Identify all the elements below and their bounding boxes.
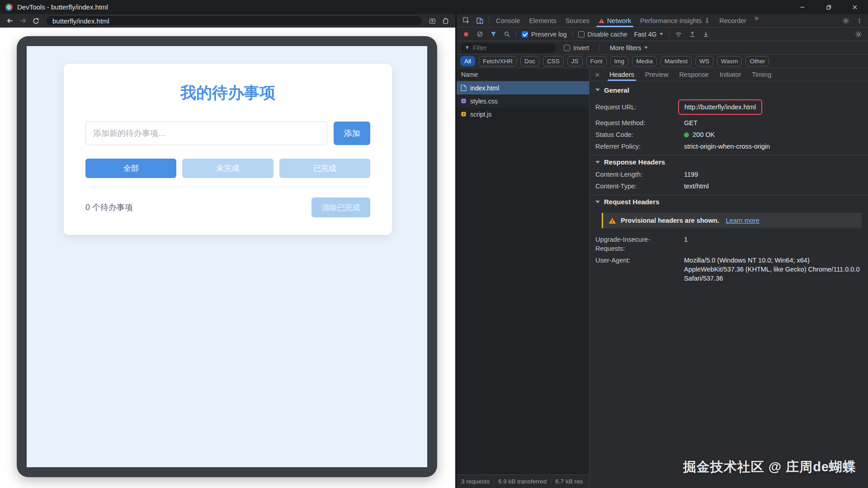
restore-button[interactable] xyxy=(816,0,842,14)
request-row-styles-css[interactable]: styles.css xyxy=(457,94,589,108)
request-url-highlight: http://butterfly/index.html xyxy=(678,99,762,115)
disclosure-triangle-icon xyxy=(595,201,600,203)
section-response-headers[interactable]: Response Headers xyxy=(590,155,868,169)
chip-media[interactable]: Media xyxy=(632,56,657,66)
filter-field[interactable] xyxy=(460,43,556,53)
close-details-button[interactable] xyxy=(590,68,604,81)
tab-response[interactable]: Response xyxy=(674,68,714,81)
chip-other[interactable]: Other xyxy=(745,56,769,66)
chip-fetch-xhr[interactable]: Fetch/XHR xyxy=(479,56,517,66)
back-button[interactable] xyxy=(4,15,16,27)
chip-js[interactable]: JS xyxy=(567,56,583,66)
address-input[interactable] xyxy=(52,17,416,25)
todo-title: 我的待办事项 xyxy=(85,82,370,103)
import-har-button[interactable] xyxy=(685,31,699,38)
request-list-header[interactable]: Name xyxy=(457,68,589,81)
clear-completed-button[interactable]: 清除已完成 xyxy=(311,197,370,217)
tab-console[interactable]: Console xyxy=(491,14,524,27)
tab-initiator[interactable]: Initiator xyxy=(714,68,747,81)
disable-cache-checkbox[interactable]: Disable cache xyxy=(575,31,631,38)
throttling-select[interactable]: Fast 4G xyxy=(631,31,667,38)
clear-button[interactable] xyxy=(473,31,486,38)
device-frame: 我的待办事项 添加 全部 未完成 已完成 0 个待办事项 xyxy=(17,36,437,477)
close-icon xyxy=(851,4,859,11)
experiment-flask-icon xyxy=(704,18,710,23)
record-button[interactable] xyxy=(459,31,473,38)
tab-elements[interactable]: Elements xyxy=(524,14,561,27)
upload-icon xyxy=(689,31,696,38)
search-icon xyxy=(504,31,510,38)
touch-mode-button[interactable] xyxy=(439,15,452,27)
toolbar-separator xyxy=(572,31,573,38)
learn-more-link[interactable]: Learn more xyxy=(726,217,760,224)
filter-all-button[interactable]: 全部 xyxy=(85,159,176,178)
request-row-index-html[interactable]: index.html xyxy=(457,81,589,94)
status-separator xyxy=(551,479,551,485)
devtools-menu-button[interactable] xyxy=(853,17,866,24)
app-logo-icon xyxy=(5,4,13,11)
close-icon xyxy=(594,72,600,78)
reload-icon xyxy=(32,17,40,25)
clear-icon xyxy=(476,31,483,38)
status-separator xyxy=(494,479,494,485)
devtools-settings-button[interactable] xyxy=(839,17,853,24)
chip-css[interactable]: CSS xyxy=(543,56,564,66)
network-settings-button[interactable] xyxy=(852,31,865,38)
more-filters-button[interactable]: More filters xyxy=(606,44,651,52)
preserve-log-checkbox[interactable]: Preserve log xyxy=(519,31,570,38)
password-manager-button[interactable] xyxy=(426,15,439,27)
request-row-script-js[interactable]: script.js xyxy=(457,108,589,121)
header-row-request-method: Request Method: GET xyxy=(590,117,868,129)
network-toolbar: Preserve log Disable cache Fast 4G xyxy=(457,28,868,41)
filter-done-button[interactable]: 已完成 xyxy=(279,159,370,178)
tab-timing[interactable]: Timing xyxy=(746,68,777,81)
tab-headers[interactable]: Headers xyxy=(604,68,640,81)
tab-network[interactable]: Network xyxy=(594,14,636,27)
more-tabs-button[interactable]: » xyxy=(751,14,762,27)
chip-doc[interactable]: Doc xyxy=(520,56,539,66)
checkbox-checked-icon xyxy=(522,31,528,38)
add-todo-button[interactable]: 添加 xyxy=(334,122,370,145)
browser-navbar xyxy=(0,14,455,28)
section-general[interactable]: General xyxy=(590,83,868,97)
chip-manifest[interactable]: Manifest xyxy=(660,56,692,66)
headers-panel: Headers Preview Response Initiator Timin… xyxy=(590,68,868,488)
chip-ws[interactable]: WS xyxy=(695,56,713,66)
filter-active-button[interactable]: 未完成 xyxy=(182,159,273,178)
chip-wasm[interactable]: Wasm xyxy=(717,56,742,66)
watermark: 掘金技术社区 @ 庄周de蝴蝶 xyxy=(683,458,856,476)
search-button[interactable] xyxy=(500,31,514,38)
forward-icon xyxy=(19,17,27,25)
header-row-request-url: Request URL: http://butterfly/index.html xyxy=(590,97,868,117)
tab-recorder[interactable]: Recorder xyxy=(715,14,751,27)
todo-input[interactable] xyxy=(85,122,327,145)
chip-font[interactable]: Font xyxy=(586,56,607,66)
minimize-button[interactable] xyxy=(789,0,816,14)
forward-button[interactable] xyxy=(17,15,29,27)
device-toolbar-button[interactable] xyxy=(473,14,486,27)
export-har-button[interactable] xyxy=(699,31,712,38)
network-warning-icon xyxy=(599,18,604,23)
chip-img[interactable]: Img xyxy=(610,56,629,66)
browser-pane: 我的待办事项 添加 全部 未完成 已完成 0 个待办事项 xyxy=(0,14,455,488)
tab-sources[interactable]: Sources xyxy=(561,14,594,27)
section-request-headers[interactable]: Request Headers xyxy=(590,195,868,208)
disclosure-triangle-icon xyxy=(595,161,600,164)
reload-button[interactable] xyxy=(30,15,42,27)
filter-input[interactable] xyxy=(473,44,552,52)
tab-preview[interactable]: Preview xyxy=(640,68,674,81)
hand-icon xyxy=(442,17,449,25)
chip-all[interactable]: All xyxy=(460,56,475,66)
key-badge-icon xyxy=(429,17,436,25)
filter-toggle-button[interactable] xyxy=(486,31,500,38)
network-conditions-button[interactable] xyxy=(672,31,685,38)
gear-icon xyxy=(855,31,862,38)
invert-checkbox[interactable]: Invert xyxy=(561,44,592,52)
funnel-icon xyxy=(465,45,470,51)
inspect-element-button[interactable] xyxy=(459,14,473,27)
record-icon xyxy=(463,31,469,38)
close-button[interactable] xyxy=(842,0,868,14)
tab-performance-insights[interactable]: Performance insights xyxy=(636,14,715,27)
address-bar[interactable] xyxy=(46,15,423,26)
document-file-icon xyxy=(461,84,467,91)
